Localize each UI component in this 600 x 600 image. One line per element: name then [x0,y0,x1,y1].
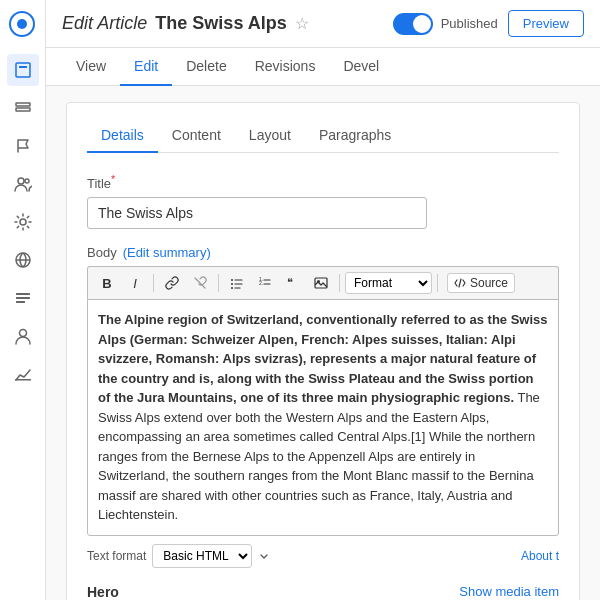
nav-tab-edit[interactable]: Edit [120,48,172,86]
hero-section: Hero Show media item × [87,584,559,600]
content-area: Details Content Layout Paragraphs Title*… [46,86,600,600]
image-button[interactable] [308,271,334,295]
bullet-list-button[interactable] [224,271,250,295]
source-button[interactable]: Source [447,273,515,293]
sidebar-icon-flag[interactable] [7,130,39,162]
title-input[interactable] [87,197,427,229]
sidebar-icon-settings[interactable] [7,206,39,238]
sub-tabs: Details Content Layout Paragraphs [87,119,559,153]
title-italic: Edit Article [62,13,147,34]
toolbar-sep-3 [339,274,340,292]
nav-tab-devel[interactable]: Devel [329,48,393,86]
topbar: Edit Article The Swiss Alps ☆ Published … [46,0,600,48]
text-format-row: Text format Basic HTML Full HTML Plain t… [87,544,559,568]
sub-tab-layout[interactable]: Layout [235,119,305,153]
nav-tab-revisions[interactable]: Revisions [241,48,330,86]
svg-rect-10 [16,293,30,295]
edit-card: Details Content Layout Paragraphs Title*… [66,102,580,600]
body-field-group: Body (Edit summary) B I [87,245,559,568]
link-button[interactable] [159,271,185,295]
nav-tabs: View Edit Delete Revisions Devel [46,48,600,86]
sidebar-icon-globe[interactable] [7,244,39,276]
svg-rect-2 [16,63,30,77]
svg-point-13 [19,330,26,337]
svg-point-7 [25,179,29,183]
svg-text:2.: 2. [259,280,263,286]
svg-rect-5 [16,108,30,111]
body-text-bold: The Alpine region of Switzerland, conven… [98,312,548,405]
svg-rect-14 [15,379,31,381]
hero-label: Hero [87,584,119,600]
bold-button[interactable]: B [94,271,120,295]
chevron-down-icon [258,550,270,562]
nav-tab-view[interactable]: View [62,48,120,86]
svg-text:❝: ❝ [287,276,293,288]
sidebar-icon-person[interactable] [7,320,39,352]
svg-point-6 [18,178,24,184]
blockquote-button[interactable]: ❝ [280,271,306,295]
svg-point-16 [231,279,233,281]
sub-tab-paragraphs[interactable]: Paragraphs [305,119,405,153]
italic-button[interactable]: I [122,271,148,295]
show-media-link[interactable]: Show media item [459,584,559,599]
title-bold: The Swiss Alps [155,13,286,34]
number-list-button[interactable]: 1.2. [252,271,278,295]
sidebar-icon-list[interactable] [7,282,39,314]
favorite-icon[interactable]: ☆ [295,14,309,33]
toolbar-sep-1 [153,274,154,292]
sidebar-icon-layers[interactable] [7,92,39,124]
body-label: Body (Edit summary) [87,245,559,260]
svg-rect-11 [16,297,30,299]
sidebar-icon-analytics[interactable] [7,358,39,390]
sidebar [0,0,46,600]
about-text-format-link[interactable]: About t [521,549,559,563]
toolbar-sep-4 [437,274,438,292]
text-format-select[interactable]: Basic HTML Full HTML Plain text [152,544,252,568]
editor-body[interactable]: The Alpine region of Switzerland, conven… [87,299,559,536]
main-area: Edit Article The Swiss Alps ☆ Published … [46,0,600,600]
svg-rect-12 [16,301,25,303]
toolbar-sep-2 [218,274,219,292]
body-text-normal: The Swiss Alps extend over both the West… [98,390,540,522]
title-label: Title* [87,173,559,191]
svg-point-20 [231,287,233,289]
publish-toggle-group: Published [393,13,498,35]
sub-tab-details[interactable]: Details [87,119,158,153]
svg-point-18 [231,283,233,285]
svg-rect-4 [16,103,30,106]
text-format-wrap: Text format Basic HTML Full HTML Plain t… [87,544,270,568]
svg-point-8 [20,219,26,225]
nav-tab-delete[interactable]: Delete [172,48,240,86]
editor-toolbar: B I 1.2. [87,266,559,299]
sidebar-icon-users[interactable] [7,168,39,200]
hero-header: Hero Show media item [87,584,559,600]
edit-summary-link[interactable]: (Edit summary) [123,245,211,260]
publish-label: Published [441,16,498,31]
unlink-button[interactable] [187,271,213,295]
svg-rect-3 [19,66,27,68]
sidebar-icon-content[interactable] [7,54,39,86]
title-field-group: Title* [87,173,559,229]
preview-button[interactable]: Preview [508,10,584,37]
sub-tab-content[interactable]: Content [158,119,235,153]
text-format-label: Text format [87,549,146,563]
page-title: Edit Article The Swiss Alps ☆ [62,13,383,34]
svg-point-1 [17,19,27,29]
publish-toggle[interactable] [393,13,433,35]
format-select[interactable]: Format Paragraph Heading 1 Heading 2 [345,272,432,294]
site-logo[interactable] [8,10,38,40]
